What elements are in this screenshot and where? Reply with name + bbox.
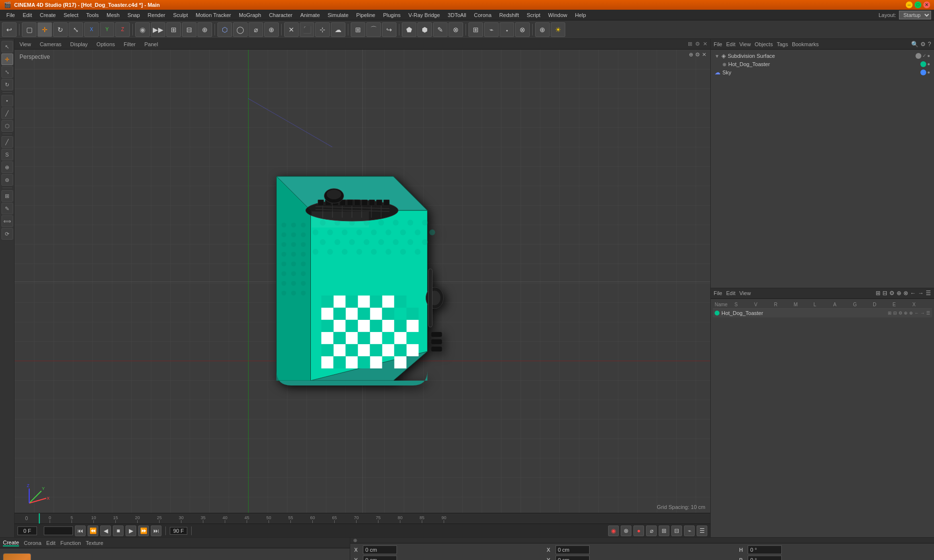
menu-corona[interactable]: Corona (470, 11, 495, 19)
minimize-button[interactable]: ─ (906, 1, 913, 8)
menu-3dtoall[interactable]: 3DToAll (444, 11, 469, 19)
tree-item-toaster[interactable]: ⊕ Hot_Dog_Toaster ● (720, 60, 932, 68)
toolbar-cube[interactable]: ⬡ (217, 22, 232, 37)
toolbar-render-all[interactable]: ⊕ (198, 22, 212, 37)
menu-select[interactable]: Select (60, 11, 82, 19)
vp-tab-options[interactable]: Options (94, 40, 117, 48)
obj-tab-tags[interactable]: Tags (777, 41, 788, 47)
tool-grid[interactable]: ⊞ (1, 190, 13, 202)
tree-item-sky[interactable]: ☁ Sky ● (713, 68, 932, 77)
vp-tab-cameras[interactable]: Cameras (38, 40, 64, 48)
obj-settings-icon[interactable]: ⚙ (920, 41, 926, 48)
toolbar-scale[interactable]: ⤡ (69, 22, 83, 37)
obj-tab-file[interactable]: File (714, 41, 722, 47)
toolbar-obj-mode[interactable]: ◉ (135, 22, 150, 37)
coord-input-p[interactable] (748, 556, 782, 560)
toolbar-light[interactable]: ⊹ (315, 22, 330, 37)
transport-last-frame[interactable]: ⏭ (151, 525, 162, 536)
tool-rotate[interactable]: ↻ (1, 79, 13, 90)
timeline-playhead[interactable] (39, 513, 40, 524)
curve-editor-btn[interactable]: ⌁ (684, 525, 695, 536)
menu-pipeline[interactable]: Pipeline (353, 11, 378, 19)
toolbar-xyz[interactable]: X (84, 22, 99, 37)
tool-pointer[interactable]: ↖ (1, 41, 13, 52)
tool-loop[interactable]: ⟳ (1, 228, 13, 240)
toolbar-material[interactable]: ⬟ (402, 22, 416, 37)
transport-prev-frame[interactable]: ⏪ (88, 525, 98, 536)
attr-icon4[interactable]: ⊕ (897, 290, 901, 297)
toolbar-z[interactable]: Z (115, 22, 130, 37)
attr-icon5[interactable]: ⊗ (903, 290, 908, 297)
maximize-button[interactable]: □ (915, 1, 921, 8)
toolbar-subdivide[interactable]: ⊞ (468, 22, 483, 37)
vp-icon-maximize[interactable]: ⊕ (689, 52, 693, 58)
menu-help[interactable]: Help (572, 11, 590, 19)
obj-tab-objects[interactable]: Objects (754, 41, 772, 47)
viewport-maximize-icon[interactable]: ⊞ (688, 41, 692, 47)
viewport-3d[interactable]: Perspective ⊕ ⚙ ✕ (15, 50, 710, 513)
frame-marker-input[interactable] (44, 526, 73, 535)
toolbar-rotate[interactable]: ↻ (53, 22, 68, 37)
obj-search-icon[interactable]: 🔍 (911, 41, 918, 48)
toolbar-move[interactable]: ✛ (37, 22, 52, 37)
coord-input-h[interactable] (748, 545, 782, 554)
toolbar-render-region[interactable]: ⊞ (166, 22, 181, 37)
tree-toaster-dot[interactable] (920, 61, 926, 67)
attr-icon1[interactable]: ⊞ (876, 290, 880, 297)
menu-create[interactable]: Create (36, 11, 59, 19)
menu-tools[interactable]: Tools (83, 11, 102, 19)
tool-scale[interactable]: ⤡ (1, 66, 13, 78)
toolbar-sky[interactable]: ☁ (331, 22, 345, 37)
coord-input-y[interactable] (363, 556, 397, 560)
attr-icon8[interactable]: ☰ (926, 290, 931, 297)
toolbar-select[interactable]: ▢ (22, 22, 36, 37)
toolbar-add[interactable]: ⊕ (264, 22, 279, 37)
viewport-settings-icon[interactable]: ⚙ (695, 41, 700, 47)
attr-tab-file[interactable]: File (714, 290, 722, 296)
toolbar-camera[interactable]: ⬛ (300, 22, 314, 37)
menu-vray[interactable]: V-Ray Bridge (405, 11, 444, 19)
tree-sky-dot[interactable] (920, 70, 926, 75)
vp-tab-panel[interactable]: Panel (143, 40, 160, 48)
tree-visibility-dot[interactable] (916, 53, 921, 59)
obj-tab-edit[interactable]: Edit (726, 41, 736, 47)
tool-move[interactable]: ✛ (1, 53, 13, 65)
menu-window[interactable]: Window (545, 11, 571, 19)
tool-line[interactable]: ╱ (1, 136, 13, 148)
toolbar-bulge[interactable]: ⊕ (535, 22, 550, 37)
tool-measure[interactable]: ⟺ (1, 215, 13, 227)
toolbar-extrude[interactable]: ⊗ (515, 22, 530, 37)
toolbar-knife[interactable]: ⬩ (500, 22, 514, 37)
attr-icon2[interactable]: ⊟ (882, 290, 887, 297)
vp-icon-settings[interactable]: ⚙ (695, 52, 700, 58)
attr-icon6[interactable]: ← (910, 290, 916, 297)
toolbar-render-view[interactable]: ⊟ (182, 22, 197, 37)
menu-motion-tracker[interactable]: Motion Tracker (192, 11, 234, 19)
toolbar-sphere[interactable]: ◯ (233, 22, 248, 37)
material-preview-0[interactable]: mat_Hot (3, 553, 31, 560)
obj-tab-view[interactable]: View (739, 41, 751, 47)
toolbar-paint[interactable]: ✎ (433, 22, 448, 37)
transport-extra[interactable]: ☰ (697, 525, 707, 536)
keyframe-btn[interactable]: ◉ (608, 525, 619, 536)
tool-magnet[interactable]: ⊚ (1, 174, 13, 186)
transport-stop[interactable]: ■ (113, 525, 124, 536)
transport-play-backward[interactable]: ◀ (100, 525, 111, 536)
toolbar-lamp[interactable]: ☀ (551, 22, 565, 37)
toolbar-cylinder[interactable]: ⌀ (249, 22, 263, 37)
toolbar-loop[interactable]: ⊗ (449, 22, 463, 37)
mat-tab-function[interactable]: Function (60, 540, 81, 546)
close-button[interactable]: ✕ (923, 1, 930, 8)
transport-first-frame[interactable]: ⏮ (75, 525, 86, 536)
tool-sculpt-draw[interactable]: ⊕ (1, 161, 13, 173)
layout-selector[interactable]: Startup (899, 11, 931, 19)
dope-sheet-btn[interactable]: ⊞ (659, 525, 669, 536)
vp-tab-filter[interactable]: Filter (122, 40, 137, 48)
toolbar-texture[interactable]: ⬢ (417, 22, 432, 37)
mat-tab-corona[interactable]: Corona (24, 540, 41, 546)
toolbar-undo[interactable]: ↩ (2, 22, 17, 37)
toolbar-y[interactable]: Y (100, 22, 114, 37)
toolbar-anim[interactable]: ▶▶ (151, 22, 165, 37)
tool-paint[interactable]: ✎ (1, 203, 13, 214)
menu-mesh[interactable]: Mesh (103, 11, 123, 19)
